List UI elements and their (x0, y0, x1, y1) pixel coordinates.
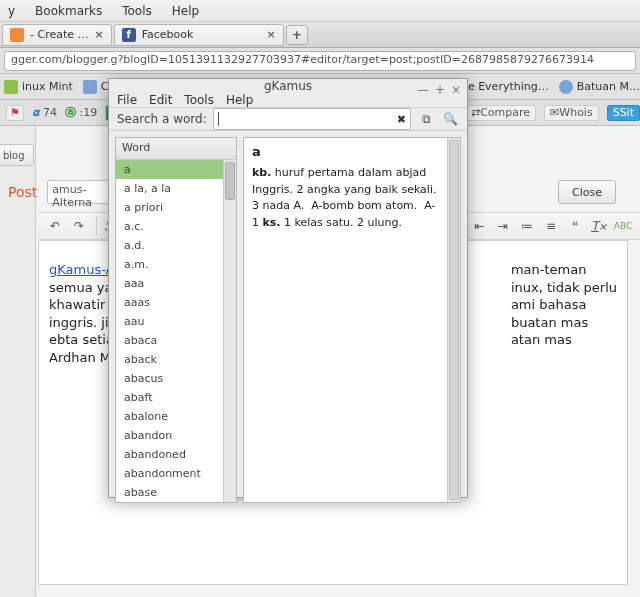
post-header: Post amus-Alterna (0, 180, 119, 204)
menu-help[interactable]: Help (226, 93, 253, 107)
search-cursor (218, 112, 219, 126)
word-row[interactable]: abandon (116, 426, 236, 445)
editor-text: inggris. ji (49, 315, 109, 330)
tab-favicon (10, 28, 24, 42)
word-row[interactable]: a.m. (116, 255, 236, 274)
definition-body: kb. huruf pertama dalam abjad Inggris. 2… (252, 165, 452, 231)
gkamus-window: gKamus — + × File Edit Tools Help Search… (108, 78, 468, 498)
indent-icon[interactable]: ⇤ (468, 216, 490, 236)
editor-text: buatan mas (511, 315, 588, 330)
tab-label: - Create … (30, 28, 89, 41)
numbered-list-icon[interactable]: ≔ (516, 216, 538, 236)
menubar-item[interactable]: Tools (118, 4, 156, 18)
a-badge: ⓐ :19 (65, 105, 97, 120)
editor-text: khawatir (49, 297, 105, 312)
quote-icon[interactable]: ❝ (564, 216, 586, 236)
word-list-scrollbar[interactable] (223, 160, 236, 502)
menu-tools[interactable]: Tools (184, 93, 214, 107)
word-list: Word aa la, a laa prioria.c.a.d.a.m.aaaa… (115, 137, 237, 503)
word-row[interactable]: abalone (116, 407, 236, 426)
window-controls: — + × (417, 83, 461, 97)
new-tab-button[interactable]: + (286, 25, 308, 45)
copy-icon[interactable]: ⧉ (417, 110, 435, 128)
word-row[interactable]: aau (116, 312, 236, 331)
word-row[interactable]: aback (116, 350, 236, 369)
browser-menubar: y Bookmarks Tools Help (0, 0, 640, 22)
editor-text: ebta setia (49, 332, 114, 347)
search-input[interactable]: ✖ (213, 108, 411, 130)
word-row[interactable]: aaas (116, 293, 236, 312)
search-icon[interactable]: 🔍 (441, 110, 459, 128)
wordpress-icon (559, 80, 573, 94)
bookmark-item[interactable]: inux Mint (4, 80, 73, 94)
browser-urlbar: gger.com/blogger.g?blogID=10513911329277… (0, 48, 640, 74)
word-row[interactable]: a.d. (116, 236, 236, 255)
bookmark-label: Batuan M… (577, 80, 640, 93)
menu-edit[interactable]: Edit (149, 93, 172, 107)
whois-icon[interactable]: ✉ Whois (544, 105, 599, 121)
definition-head: a (252, 144, 452, 159)
facebook-icon: f (122, 28, 136, 42)
close-icon[interactable]: × (451, 83, 461, 97)
word-row[interactable]: abase (116, 483, 236, 502)
definition-pane: a kb. huruf pertama dalam abjad Inggris.… (243, 137, 461, 503)
scrollbar-thumb[interactable] (449, 140, 459, 500)
window-title: gKamus (264, 79, 312, 93)
flag-icon[interactable]: ⚑ (6, 105, 24, 121)
word-row[interactable]: aaa (116, 274, 236, 293)
minimize-icon[interactable]: — (417, 83, 429, 97)
word-row[interactable]: abandonment (116, 464, 236, 483)
bookmark-icon (4, 80, 18, 94)
menu-file[interactable]: File (117, 93, 137, 107)
browser-tabbar: - Create … × f Facebook × + (0, 22, 640, 48)
word-row[interactable]: abaca (116, 331, 236, 350)
bookmark-label: inux Mint (22, 80, 73, 93)
bookmark-item[interactable]: Batuan M… (559, 80, 640, 94)
clear-search-icon[interactable]: ✖ (397, 113, 406, 126)
word-row[interactable]: abandoned (116, 445, 236, 464)
definition-scrollbar[interactable] (447, 138, 460, 502)
editor-text: ami bahasa (511, 297, 587, 312)
gkamus-searchbar: Search a word: ✖ ⧉ 🔍 (109, 108, 467, 131)
menubar-item[interactable]: y (4, 4, 19, 18)
gkamus-titlebar[interactable]: gKamus — + × (109, 79, 467, 93)
word-row[interactable]: a la, a la (116, 179, 236, 198)
word-row[interactable]: a priori (116, 198, 236, 217)
url-input[interactable]: gger.com/blogger.g?blogID=10513911329277… (4, 51, 636, 71)
maximize-icon[interactable]: + (435, 83, 445, 97)
spellcheck-icon[interactable]: ABC (612, 216, 634, 236)
compare-icon[interactable]: ⇄ Compare (465, 105, 536, 121)
editor-link[interactable]: gKamus-A (49, 262, 115, 277)
undo-icon[interactable]: ↶ (44, 216, 66, 236)
outdent-icon[interactable]: ⇥ (492, 216, 514, 236)
close-tab-icon[interactable]: × (95, 28, 104, 41)
menubar-item[interactable]: Help (168, 4, 203, 18)
word-list-header[interactable]: Word (116, 138, 236, 160)
close-tab-icon[interactable]: × (267, 28, 276, 41)
clear-format-icon[interactable]: T× (588, 216, 610, 236)
editor-text: semua ya (49, 280, 112, 295)
gkamus-body: Word aa la, a laa prioria.c.a.d.a.m.aaaa… (109, 131, 467, 509)
word-row[interactable]: abacus (116, 369, 236, 388)
editor-text: man-teman (511, 262, 587, 277)
sitemap-icon[interactable]: S Sit (607, 105, 640, 121)
editor-text: Ardhan M (49, 350, 111, 365)
editor-text: atan mas (511, 332, 572, 347)
bookmark-icon (83, 80, 97, 94)
word-row[interactable]: abaft (116, 388, 236, 407)
browser-tab[interactable]: - Create … × (2, 24, 112, 46)
new-blog-button[interactable]: ew blog (0, 144, 34, 166)
word-row[interactable]: a (116, 160, 236, 179)
bullet-list-icon[interactable]: ≡ (540, 216, 562, 236)
search-label: Search a word: (117, 112, 207, 126)
menubar-item[interactable]: Bookmarks (31, 4, 106, 18)
toolbar-divider (96, 217, 97, 235)
post-label: Post (8, 184, 37, 200)
word-row[interactable]: a.c. (116, 217, 236, 236)
tab-label: Facebook (142, 28, 194, 41)
editor-text: inux, tidak perlu (511, 280, 617, 295)
browser-tab[interactable]: f Facebook × (114, 24, 284, 46)
scrollbar-thumb[interactable] (225, 162, 235, 200)
close-button[interactable]: Close (558, 180, 616, 204)
redo-icon[interactable]: ↷ (68, 216, 90, 236)
